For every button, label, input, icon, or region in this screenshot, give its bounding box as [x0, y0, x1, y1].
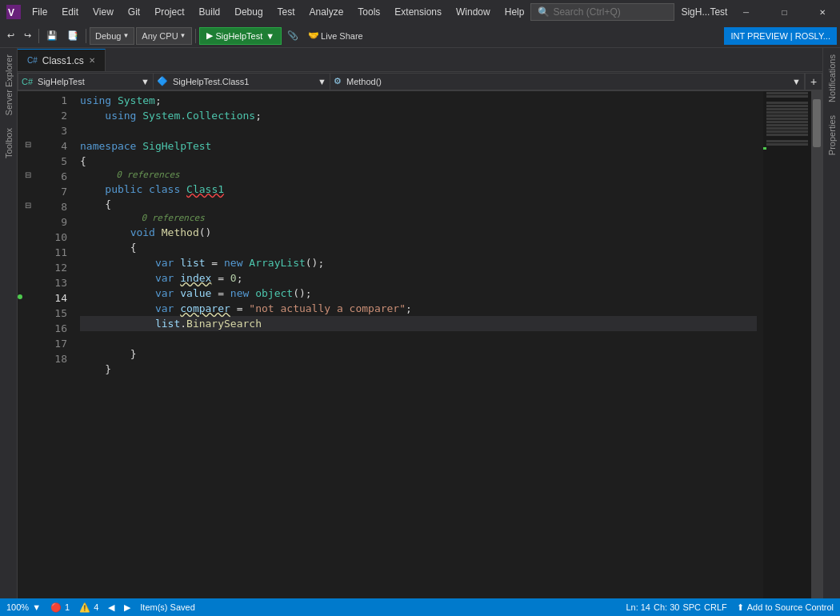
code-line-5[interactable]: { — [80, 154, 757, 169]
source-control-btn[interactable]: ⬆ Add to Source Control — [737, 602, 834, 613]
editor-container: C# Class1.cs ✕ C# SigHelpTest ▼ 🔷 SigHel… — [18, 48, 822, 598]
config-label: Debug — [95, 31, 121, 41]
tab-cs-icon: C# — [27, 56, 38, 65]
scroll-thumb[interactable] — [813, 99, 821, 147]
run-button[interactable]: ▶ SigHelpTest ▼ — [199, 27, 282, 45]
project-dropdown[interactable]: C# SigHelpTest ▼ — [18, 73, 154, 90]
properties-tab[interactable]: Properties — [824, 109, 840, 162]
notifications-tab[interactable]: Notifications — [824, 48, 840, 109]
error-value: 1 — [65, 602, 70, 612]
menu-build[interactable]: Build — [193, 3, 227, 21]
class-dropdown-arrow: ▼ — [318, 77, 326, 86]
code-content[interactable]: using System; using System.Collections; … — [74, 91, 763, 598]
minimap[interactable] — [763, 91, 811, 598]
menu-analyze[interactable]: Analyze — [303, 3, 350, 21]
source-control-label: Add to Source Control — [747, 602, 834, 612]
run-icon: ▶ — [206, 30, 213, 41]
menu-tools[interactable]: Tools — [351, 3, 386, 21]
code-editor: ⊟⊟⊟ 123456789101112131415161718 using Sy… — [18, 91, 822, 598]
code-line-1[interactable]: using System; — [80, 93, 757, 108]
code-line-6[interactable]: public class Class1 — [80, 182, 757, 197]
code-line-13[interactable]: var comparer = "not actually a comparer"… — [80, 301, 757, 316]
menu-help[interactable]: Help — [498, 3, 531, 21]
method-name: Method() — [346, 77, 382, 86]
run-dropdown-icon: ▼ — [266, 31, 274, 41]
menu-debug[interactable]: Debug — [228, 3, 269, 21]
save-btn[interactable]: 💾 — [42, 27, 62, 45]
eol-info: CRLF — [704, 602, 727, 612]
menu-edit[interactable]: Edit — [55, 3, 85, 21]
line-numbers: 123456789101112131415161718 — [34, 91, 74, 598]
code-line-7[interactable]: { — [80, 197, 757, 212]
scrollbar[interactable] — [811, 91, 822, 598]
int-preview-button[interactable]: INT PREVIEW | ROSLY... — [724, 27, 837, 45]
menu-extensions[interactable]: Extensions — [388, 3, 448, 21]
warning-count[interactable]: ⚠️ 4 — [79, 602, 98, 613]
editor-tab-class1[interactable]: C# Class1.cs ✕ — [18, 49, 106, 71]
liveshare-label: Live Share — [321, 31, 363, 41]
save-all-btn[interactable]: 📑 — [63, 27, 82, 45]
tab-bar: C# Class1.cs ✕ — [18, 48, 822, 72]
project-type-icon: C# — [22, 77, 33, 86]
menu-window[interactable]: Window — [450, 3, 497, 21]
error-count[interactable]: 🔴 1 — [50, 602, 70, 613]
run-label: SigHelpTest — [216, 31, 263, 41]
redo-btn[interactable]: ↪ — [20, 27, 35, 45]
minimize-button[interactable]: ─ — [727, 0, 764, 24]
tab-close-btn[interactable]: ✕ — [89, 56, 95, 65]
code-line-4[interactable]: namespace SigHelpTest — [80, 138, 757, 154]
code-line-2[interactable]: using System.Collections; — [80, 108, 757, 123]
server-explorer-tab[interactable]: Server Explorer — [1, 48, 17, 122]
maximize-button[interactable]: □ — [766, 0, 802, 24]
menu-test[interactable]: Test — [271, 3, 302, 21]
method-dropdown[interactable]: ⚙ Method() ▼ — [330, 73, 805, 90]
code-line-15[interactable] — [80, 331, 757, 346]
line-col-info: Ln: 14 Ch: 30 SPC CRLF — [626, 602, 726, 612]
menu-view[interactable]: View — [86, 3, 120, 21]
sep3 — [195, 29, 196, 43]
zoom-level[interactable]: 100% ▼ — [6, 602, 41, 612]
menu-file[interactable]: File — [26, 3, 54, 21]
close-button[interactable]: ✕ — [804, 0, 840, 24]
project-dropdown-arrow: ▼ — [141, 77, 150, 86]
class-dropdown[interactable]: 🔷 SigHelpTest.Class1 ▼ — [154, 73, 330, 90]
nav-back-btn[interactable]: ◀ — [108, 602, 114, 613]
config-dropdown[interactable]: Debug ▼ — [90, 27, 134, 45]
spc-info: SPC — [682, 602, 701, 612]
search-icon: 🔍 — [538, 6, 550, 18]
error-icon: 🔴 — [50, 602, 62, 613]
menu-git[interactable]: Git — [122, 3, 146, 21]
warning-value: 4 — [94, 602, 98, 612]
vs-logo: V — [6, 5, 21, 19]
toolbox-tab[interactable]: Toolbox — [1, 122, 17, 165]
toolbar: ↩ ↪ 💾 📑 Debug ▼ Any CPU ▼ ▶ SigHelpTest … — [0, 24, 840, 48]
code-line-17[interactable]: } — [80, 362, 757, 377]
code-line-10[interactable]: var list = new ArrayList(); — [80, 255, 757, 270]
nav-add-btn[interactable]: + — [805, 73, 822, 90]
nav-forward-btn[interactable]: ▶ — [124, 602, 130, 613]
search-box[interactable]: 🔍 — [530, 3, 674, 21]
class-icon: 🔷 — [157, 76, 168, 86]
class-name: SigHelpTest.Class1 — [173, 77, 249, 86]
title-bar: V File Edit View Git Project Build Debug… — [0, 0, 840, 24]
undo-btn[interactable]: ↩ — [3, 27, 18, 45]
method-dropdown-arrow: ▼ — [792, 77, 801, 86]
code-line-18[interactable] — [80, 377, 757, 392]
code-line-11[interactable]: var index = 0; — [80, 270, 757, 286]
search-input[interactable] — [553, 6, 657, 18]
platform-dropdown[interactable]: Any CPU ▼ — [136, 27, 191, 45]
code-line-8[interactable]: void Method() — [80, 225, 757, 240]
title-bar-controls: ─ □ ✕ — [727, 0, 840, 24]
menu-project[interactable]: Project — [148, 3, 190, 21]
code-line-9[interactable]: { — [80, 240, 757, 255]
liveshare-icon: 🤝 — [308, 30, 319, 41]
code-line-14[interactable]: list.BinarySearch — [80, 316, 757, 331]
collapse-col: ⊟⊟⊟ — [22, 91, 34, 598]
liveshare-btn[interactable]: 🤝 Live Share — [304, 27, 367, 45]
status-bar-right: Ln: 14 Ch: 30 SPC CRLF ⬆ Add to Source C… — [626, 602, 834, 613]
code-line-12[interactable]: var value = new object(); — [80, 286, 757, 301]
code-line-3[interactable] — [80, 123, 757, 138]
status-text: Item(s) Saved — [140, 602, 194, 612]
code-line-16[interactable]: } — [80, 346, 757, 362]
attach-btn[interactable]: 📎 — [283, 27, 302, 45]
